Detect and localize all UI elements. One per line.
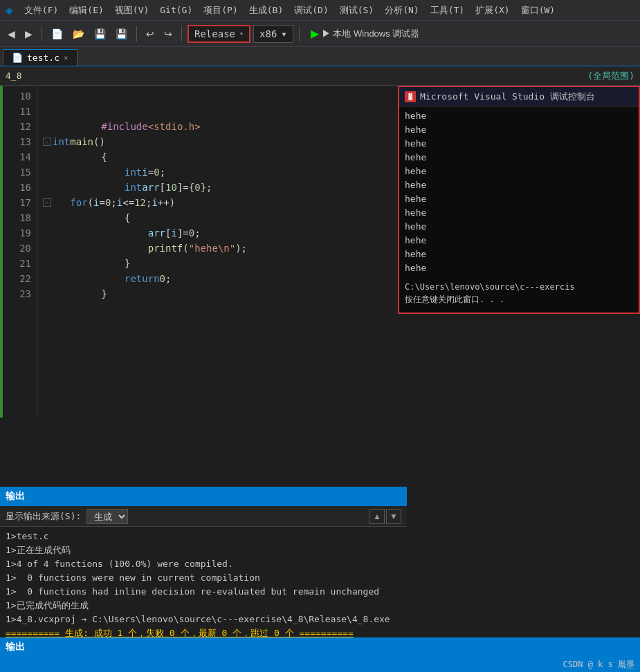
menu-debug[interactable]: 调试(D) — [289, 1, 333, 19]
vs-icon: ◈ — [6, 3, 13, 17]
line-num-10: 10 — [6, 88, 31, 104]
configuration-dropdown[interactable]: Release ▾ — [188, 25, 250, 43]
separator-1 — [42, 26, 42, 41]
line-numbers: 10 11 12 13 14 15 16 17 18 19 20 21 22 2… — [3, 86, 37, 418]
tab-close-button[interactable]: × — [64, 53, 68, 62]
console-line-10: hehe — [405, 234, 633, 248]
tab-test-c[interactable]: 📄 test.c × — [3, 49, 77, 66]
menu-tools[interactable]: 工具(T) — [425, 1, 470, 19]
bottom-output-tab: 输出 — [0, 637, 640, 657]
open-button[interactable]: 📂 — [69, 26, 88, 41]
console-title: Microsoft Visual Studio 调试控制台 — [420, 91, 595, 103]
line-num-18: 18 — [6, 210, 31, 225]
line-num-12: 12 — [6, 119, 31, 134]
forward-button[interactable]: ▶ — [21, 26, 36, 41]
new-file-button[interactable]: 📄 — [48, 26, 66, 41]
menu-test[interactable]: 测试(S) — [334, 1, 379, 19]
save-button[interactable]: 💾 — [91, 26, 109, 41]
status-bar: CSDN @ k s 胤墨 — [0, 657, 640, 672]
console-line-8: hehe — [405, 206, 633, 220]
platform-dropdown[interactable]: x86 ▾ — [253, 25, 293, 43]
editor-area: 10 11 12 13 14 15 16 17 18 19 20 21 22 2… — [0, 86, 640, 418]
menu-edit[interactable]: 编辑(E) — [64, 1, 109, 19]
line-num-17: 17 — [6, 195, 31, 210]
console-footer: C:\Users\lenovo\source\c---exercis 按任意键关… — [399, 278, 639, 308]
console-line-12: hehe — [405, 261, 633, 275]
line-num-13: 13 — [6, 134, 31, 149]
output-source-label: 显示输出来源(S): — [6, 510, 81, 523]
output-line-2: 1>正在生成代码 — [6, 543, 401, 557]
output-line-1: 1>test.c — [6, 530, 401, 543]
menu-project[interactable]: 项目(P) — [198, 1, 243, 19]
console-line-2: hehe — [405, 123, 633, 137]
console-line-5: hehe — [405, 165, 633, 178]
line-num-23: 23 — [6, 286, 31, 301]
play-icon: ▶ — [311, 27, 319, 40]
debug-label: ▶ 本地 Windows 调试器 — [322, 28, 420, 40]
configuration-label: Release — [194, 28, 235, 39]
console-output: hehe hehe hehe hehe hehe hehe hehe hehe … — [399, 106, 639, 278]
save-all-button[interactable]: 💾 — [112, 26, 131, 41]
line-num-11: 11 — [6, 104, 31, 119]
console-line-4: hehe — [405, 151, 633, 165]
console-icon: ▓ — [405, 91, 416, 102]
output-line-5: 1> 0 functions had inline decision re-ev… — [6, 585, 401, 599]
console-title-bar: ▓ Microsoft Visual Studio 调试控制台 — [399, 87, 639, 106]
function-name: 4_8 — [6, 71, 21, 81]
console-close-prompt: 按任意键关闭此窗口. . . — [405, 293, 633, 306]
undo-button[interactable]: ↩ — [143, 26, 158, 41]
menu-analyze[interactable]: 分析(N) — [379, 1, 424, 19]
output-source-dropdown[interactable]: 生成 — [86, 509, 128, 524]
separator-3 — [181, 26, 182, 41]
menu-build[interactable]: 生成(B) — [244, 1, 289, 19]
output-line-4: 1> 0 functions were new in current compi… — [6, 571, 401, 585]
start-debug-button[interactable]: ▶ ▶ 本地 Windows 调试器 — [305, 26, 426, 41]
redo-button[interactable]: ↪ — [161, 26, 176, 41]
menu-extensions[interactable]: 扩展(X) — [470, 1, 515, 19]
output-panel-header: 输出 — [0, 487, 407, 506]
menu-view[interactable]: 视图(V) — [109, 1, 154, 19]
separator-4 — [299, 26, 300, 41]
console-line-11: hehe — [405, 248, 633, 261]
output-line-3: 1>4 of 4 functions (100.0%) were compile… — [6, 557, 401, 571]
status-right: CSDN @ k s 胤墨 — [563, 659, 634, 671]
tab-bar: 📄 test.c × — [0, 47, 640, 66]
tab-label: test.c — [27, 53, 60, 63]
console-line-6: hehe — [405, 178, 633, 192]
line-num-21: 21 — [6, 256, 31, 271]
output-line-7: 1>4_8.vcxproj → C:\Users\lenovo\source\c… — [6, 613, 401, 626]
scope-indicator: (全局范围) — [587, 70, 634, 82]
code-header-bar: 4_8 (全局范围) — [0, 66, 640, 86]
file-icon: 📄 — [12, 53, 23, 63]
scroll-down-button[interactable]: ▼ — [386, 509, 401, 524]
output-source-bar: 显示输出来源(S): 生成 ▲ ▼ — [0, 506, 407, 527]
platform-label: x86 — [259, 28, 277, 39]
menu-bar: ◈ 文件(F) 编辑(E) 视图(V) Git(G) 项目(P) 生成(B) 调… — [0, 0, 640, 21]
console-line-9: hehe — [405, 220, 633, 234]
line-num-16: 16 — [6, 180, 31, 195]
line-num-14: 14 — [6, 149, 31, 165]
output-line-6: 1>已完成代码的生成 — [6, 599, 401, 613]
line-num-20: 20 — [6, 241, 31, 256]
chevron-down-icon-2: ▾ — [281, 28, 286, 39]
scroll-up-button[interactable]: ▲ — [369, 509, 385, 524]
menu-git[interactable]: Git(G) — [154, 2, 198, 18]
console-path: C:\Users\lenovo\source\c---exercis — [405, 281, 633, 293]
debug-console-window: ▓ Microsoft Visual Studio 调试控制台 hehe heh… — [398, 86, 640, 314]
toolbar: ◀ ▶ 📄 📂 💾 💾 ↩ ↪ Release ▾ x86 ▾ ▶ ▶ 本地 W… — [0, 21, 640, 47]
console-line-7: hehe — [405, 192, 633, 206]
menu-file[interactable]: 文件(F) — [19, 1, 64, 19]
console-line-3: hehe — [405, 137, 633, 151]
line-num-22: 22 — [6, 271, 31, 286]
output-action-buttons: ▲ ▼ — [369, 509, 401, 524]
menu-window[interactable]: 窗口(W) — [515, 1, 560, 19]
empty-editor-area — [0, 418, 640, 487]
separator-2 — [136, 26, 137, 41]
bottom-output-label: 输出 — [6, 641, 25, 653]
line-num-19: 19 — [6, 225, 31, 241]
output-label: 输出 — [6, 490, 25, 503]
back-button[interactable]: ◀ — [4, 26, 19, 41]
chevron-down-icon: ▾ — [239, 30, 244, 37]
line-num-15: 15 — [6, 165, 31, 180]
console-line-1: hehe — [405, 109, 633, 123]
